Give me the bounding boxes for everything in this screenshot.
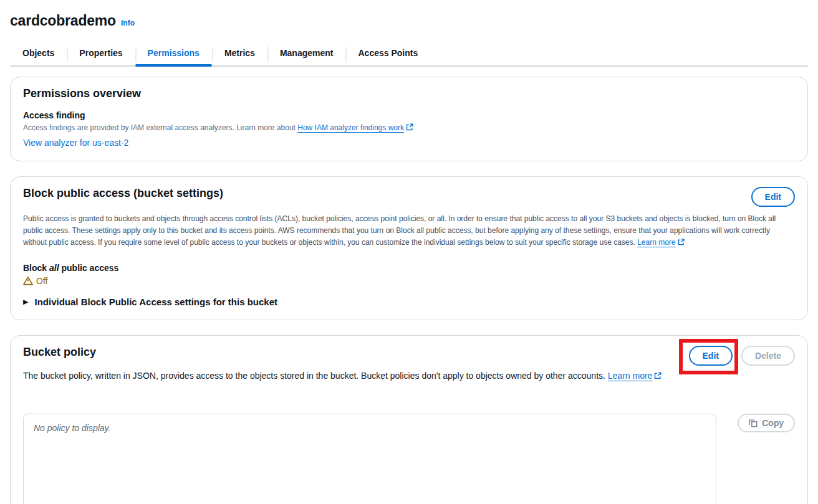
permissions-overview-card: Permissions overview Access finding Acce… <box>10 77 808 161</box>
bpa-learn-more-link[interactable]: Learn more <box>637 238 675 247</box>
bucket-policy-learn-more-link[interactable]: Learn more <box>608 371 653 381</box>
bucket-policy-edit-button[interactable]: Edit <box>689 346 733 366</box>
tab-management[interactable]: Management <box>267 44 346 65</box>
policy-area: No policy to display. Copy <box>23 414 795 504</box>
tab-metrics[interactable]: Metrics <box>212 44 267 65</box>
bucket-policy-header: Bucket policy Edit Delete <box>23 346 795 366</box>
policy-display-box: No policy to display. <box>23 414 716 504</box>
bucket-policy-title: Bucket policy <box>23 346 96 359</box>
block-public-access-title: Block public access (bucket settings) <box>23 187 223 200</box>
page-header: cardcobrademo Info <box>10 12 808 29</box>
copy-button[interactable]: Copy <box>738 414 795 432</box>
status-text: Off <box>36 276 47 286</box>
block-public-access-edit-button[interactable]: Edit <box>751 187 795 207</box>
block-public-access-header: Block public access (bucket settings) Ed… <box>23 187 795 207</box>
bucket-policy-delete-button[interactable]: Delete <box>741 346 795 366</box>
access-finding-label: Access finding <box>23 110 795 120</box>
permissions-overview-title: Permissions overview <box>23 87 795 100</box>
tab-properties[interactable]: Properties <box>67 44 135 65</box>
tab-bar: Objects Properties Permissions Metrics M… <box>10 44 808 67</box>
bucket-policy-actions: Edit Delete <box>689 346 795 366</box>
block-public-access-description: Public access is granted to buckets and … <box>23 213 795 249</box>
external-link-icon <box>678 237 685 249</box>
iam-findings-link[interactable]: How IAM analyzer findings work <box>297 123 404 132</box>
individual-bpa-settings-expander[interactable]: ▶ Individual Block Public Access setting… <box>23 297 795 307</box>
s3-bucket-permissions-page: cardcobrademo Info Objects Properties Pe… <box>0 12 818 504</box>
external-link-icon <box>406 123 413 133</box>
bucket-policy-description: The bucket policy, written in JSON, prov… <box>23 371 795 381</box>
page-title: cardcobrademo <box>10 12 116 29</box>
block-all-public-access-label: Block all public access <box>23 263 795 273</box>
bucket-policy-card: Bucket policy Edit Delete The bucket pol… <box>10 335 808 504</box>
info-link[interactable]: Info <box>121 19 135 27</box>
copy-button-label: Copy <box>762 417 784 429</box>
access-finding-text: Access findings are provided by IAM exte… <box>23 123 297 132</box>
caret-right-icon: ▶ <box>23 298 28 306</box>
bucket-policy-text: The bucket policy, written in JSON, prov… <box>23 371 608 381</box>
copy-column: Copy <box>725 414 795 432</box>
tab-access-points[interactable]: Access Points <box>345 44 430 65</box>
access-finding-description: Access findings are provided by IAM exte… <box>23 123 795 133</box>
external-link-icon <box>654 371 662 381</box>
view-analyzer-link[interactable]: View analyzer for us-east-2 <box>23 138 128 148</box>
block-public-access-card: Block public access (bucket settings) Ed… <box>10 176 808 320</box>
copy-icon <box>749 419 758 427</box>
no-policy-text: No policy to display. <box>34 423 110 433</box>
block-all-public-access-status: Off <box>23 276 795 286</box>
tab-objects[interactable]: Objects <box>10 44 67 65</box>
tab-permissions[interactable]: Permissions <box>135 44 212 65</box>
expander-label: Individual Block Public Access settings … <box>34 297 277 307</box>
warning-icon <box>23 276 33 285</box>
